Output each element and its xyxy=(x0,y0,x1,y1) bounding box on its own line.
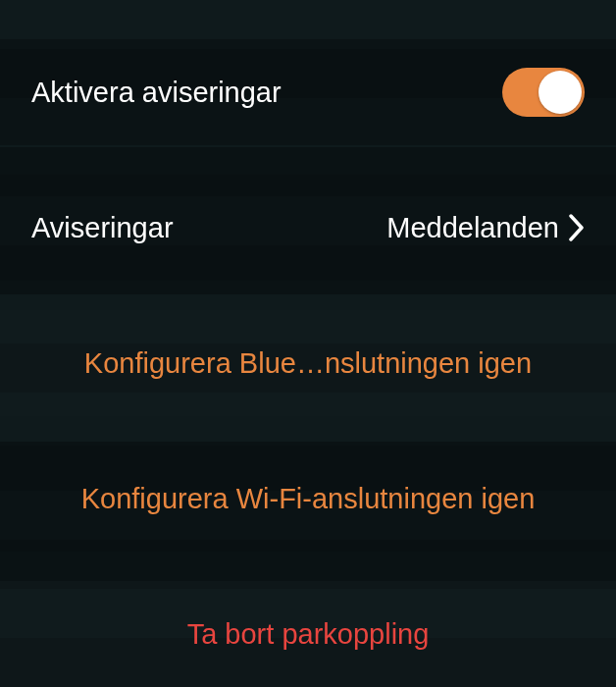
reconfigure-bluetooth-label: Konfigurera Blue…nslutningen igen xyxy=(84,347,532,380)
row-enable-notifications: Aktivera aviseringar xyxy=(0,39,616,145)
row-spacer-3 xyxy=(0,416,616,446)
action-unpair[interactable]: Ta bort parkoppling xyxy=(0,581,616,687)
unpair-label: Ta bort parkoppling xyxy=(187,618,430,651)
row-notifications[interactable]: Aviseringar Meddelanden xyxy=(0,175,616,281)
action-reconfigure-wifi[interactable]: Konfigurera Wi-Fi-anslutningen igen xyxy=(0,446,616,552)
row-spacer-2 xyxy=(0,281,616,310)
notifications-value: Meddelanden xyxy=(386,212,559,244)
reconfigure-wifi-label: Konfigurera Wi-Fi-anslutningen igen xyxy=(81,483,536,515)
enable-notifications-toggle[interactable] xyxy=(502,68,585,117)
row-spacer-4 xyxy=(0,552,616,581)
notifications-value-wrap: Meddelanden xyxy=(174,212,585,244)
notifications-label: Aviseringar xyxy=(31,212,174,244)
chevron-right-icon xyxy=(569,214,585,241)
enable-notifications-label: Aktivera aviseringar xyxy=(31,77,282,109)
top-spacer xyxy=(0,0,616,39)
action-reconfigure-bluetooth[interactable]: Konfigurera Blue…nslutningen igen xyxy=(0,310,616,416)
row-spacer-1 xyxy=(0,145,616,175)
settings-list: Aktivera aviseringar Aviseringar Meddela… xyxy=(0,0,616,687)
toggle-knob xyxy=(539,71,582,114)
